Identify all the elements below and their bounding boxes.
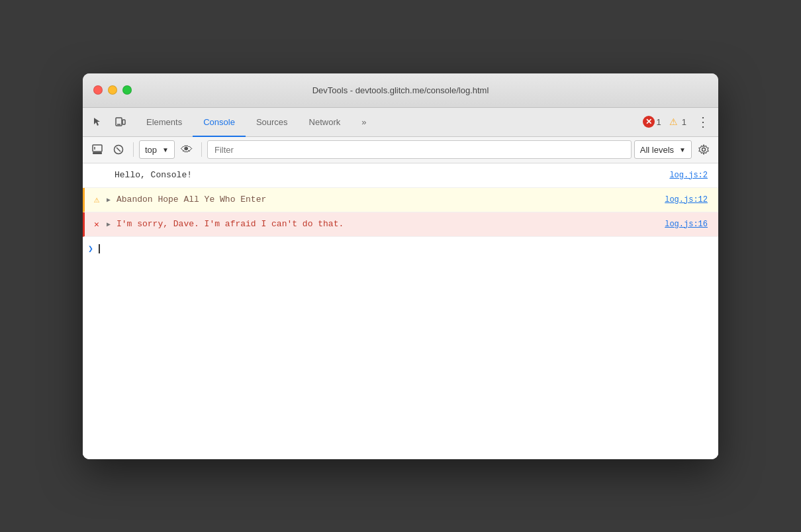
window-title: DevTools - devtools.glitch.me/console/lo… bbox=[312, 85, 489, 95]
cursor bbox=[99, 244, 100, 253]
console-line-warning: ⚠ ▶ Abandon Hope All Ye Who Enter log.js… bbox=[83, 188, 718, 212]
tab-sources[interactable]: Sources bbox=[246, 109, 299, 137]
console-message-warning: Abandon Hope All Ye Who Enter bbox=[114, 188, 665, 212]
tabs-right: ✕ 1 ⚠ 1 ⋮ bbox=[643, 112, 713, 132]
tab-network[interactable]: Network bbox=[299, 109, 352, 137]
chevron-down-icon-levels: ▼ bbox=[679, 146, 686, 154]
device-toolbar-button[interactable] bbox=[111, 112, 130, 132]
console-empty-area bbox=[83, 261, 718, 459]
console-source-info[interactable]: log.js:2 bbox=[669, 171, 713, 180]
eye-icon-button[interactable]: 👁 bbox=[177, 140, 196, 159]
svg-line-7 bbox=[117, 148, 120, 152]
toolbar-divider bbox=[133, 142, 134, 157]
context-selector[interactable]: top ▼ bbox=[139, 140, 175, 159]
expand-arrow-error[interactable]: ▶ bbox=[103, 220, 114, 228]
chevron-down-icon: ▼ bbox=[162, 146, 169, 154]
tab-console[interactable]: Console bbox=[193, 109, 246, 137]
error-badge: ✕ 1 bbox=[643, 116, 661, 128]
console-message-error: I'm sorry, Dave. I'm afraid I can't do t… bbox=[114, 212, 665, 236]
svg-point-8 bbox=[702, 148, 706, 152]
device-icon bbox=[115, 116, 126, 127]
traffic-lights bbox=[93, 85, 132, 95]
console-message-info: Hello, Console! bbox=[112, 163, 669, 187]
clear-icon bbox=[113, 144, 124, 155]
tabs-left-icons bbox=[88, 112, 130, 132]
show-drawer-button[interactable] bbox=[88, 140, 107, 159]
gear-icon bbox=[698, 144, 709, 155]
console-source-error[interactable]: log.js:16 bbox=[665, 220, 713, 229]
warning-count-icon: ⚠ bbox=[668, 116, 680, 128]
console-line-error: ✕ ▶ I'm sorry, Dave. I'm afraid I can't … bbox=[83, 212, 718, 237]
error-count: 1 bbox=[657, 117, 661, 127]
warning-badge: ⚠ 1 bbox=[668, 116, 686, 128]
console-input-line[interactable]: ❯ bbox=[83, 237, 718, 261]
title-bar: DevTools - devtools.glitch.me/console/lo… bbox=[83, 73, 718, 108]
levels-selector[interactable]: All levels ▼ bbox=[634, 140, 692, 159]
console-line-info: Hello, Console! log.js:2 bbox=[83, 163, 718, 188]
clear-console-button[interactable] bbox=[109, 140, 128, 159]
error-count-icon: ✕ bbox=[643, 116, 655, 128]
error-line-icon: ✕ bbox=[90, 219, 103, 230]
warning-line-icon: ⚠ bbox=[90, 194, 103, 205]
inspect-element-button[interactable] bbox=[88, 112, 108, 132]
console-output: Hello, Console! log.js:2 ⚠ ▶ Abandon Hop… bbox=[83, 163, 718, 459]
prompt-icon: ❯ bbox=[88, 244, 93, 254]
tab-more[interactable]: » bbox=[351, 109, 377, 137]
expand-arrow-warning[interactable]: ▶ bbox=[103, 196, 114, 204]
tabs-bar: Elements Console Sources Network » ✕ 1 ⚠ bbox=[83, 108, 718, 137]
warning-count: 1 bbox=[682, 117, 686, 127]
toolbar-divider-2 bbox=[201, 142, 202, 157]
console-source-warning[interactable]: log.js:12 bbox=[665, 195, 713, 204]
console-toolbar: top ▼ 👁 All levels ▼ bbox=[83, 137, 718, 163]
svg-rect-3 bbox=[93, 145, 102, 152]
devtools-window: DevTools - devtools.glitch.me/console/lo… bbox=[83, 73, 718, 459]
tab-elements[interactable]: Elements bbox=[136, 109, 193, 137]
svg-rect-4 bbox=[93, 152, 102, 154]
svg-rect-1 bbox=[122, 120, 125, 124]
cursor-icon bbox=[93, 116, 103, 127]
maximize-button[interactable] bbox=[122, 85, 132, 95]
devtools-menu-button[interactable]: ⋮ bbox=[693, 112, 713, 132]
tabs-list: Elements Console Sources Network » bbox=[136, 108, 643, 136]
minimize-button[interactable] bbox=[108, 85, 117, 95]
close-button[interactable] bbox=[93, 85, 103, 95]
filter-input[interactable] bbox=[207, 140, 632, 159]
console-settings-button[interactable] bbox=[694, 140, 713, 159]
drawer-icon bbox=[92, 144, 103, 155]
